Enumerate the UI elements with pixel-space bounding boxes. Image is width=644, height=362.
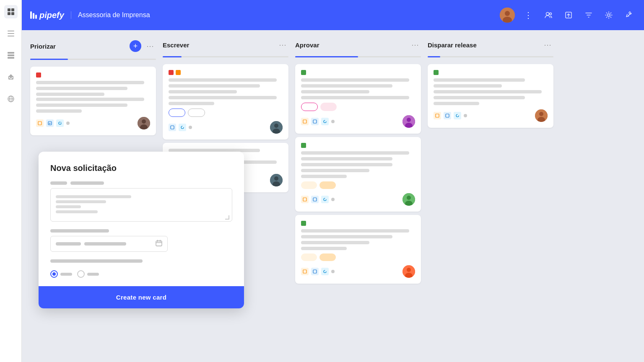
header-right: ⋮	[500, 8, 636, 23]
placeholder-line	[56, 210, 98, 213]
modal-overlay: Nova solicitação	[22, 30, 644, 362]
svg-point-23	[550, 13, 552, 15]
sidebar-item-list[interactable]	[4, 27, 18, 40]
pipe-bar-3	[35, 15, 37, 19]
tools-icon[interactable]	[622, 8, 636, 22]
create-new-card-button[interactable]: Create new card	[116, 294, 166, 301]
placeholder-line	[56, 200, 106, 203]
header-left: pipefy Assessoria de Imprensa	[30, 10, 150, 20]
sidebar-item-grid[interactable]	[4, 5, 18, 18]
placeholder-line	[56, 205, 81, 208]
form-field-description	[50, 181, 232, 222]
sidebar-item-globe[interactable]	[4, 92, 18, 106]
svg-rect-5	[8, 33, 14, 34]
pipe-bar-2	[33, 13, 34, 19]
export-icon[interactable]	[562, 8, 575, 22]
more-icon[interactable]: ⋮	[522, 8, 535, 22]
radio-label	[87, 273, 99, 276]
svg-rect-0	[8, 8, 10, 11]
svg-rect-3	[11, 12, 14, 15]
label-chunk	[50, 229, 109, 233]
header-title: Assessoria de Imprensa	[71, 11, 150, 19]
label-chunk	[50, 259, 143, 263]
form-date-input[interactable]	[50, 236, 168, 252]
resize-handle[interactable]	[225, 215, 229, 220]
date-chunk	[56, 242, 81, 246]
sidebar	[0, 0, 22, 362]
form-label-radio	[50, 259, 232, 263]
calendar-icon[interactable]	[156, 240, 162, 248]
board-area: Priorizar + ⋯	[22, 30, 644, 362]
svg-point-14	[11, 77, 13, 78]
svg-rect-59	[156, 241, 162, 246]
pipe-bar-1	[30, 11, 32, 19]
pipefy-logo-text: pipefy	[39, 10, 64, 20]
placeholder-line	[56, 195, 131, 198]
radio-label	[60, 273, 72, 276]
svg-rect-9	[8, 57, 14, 59]
people-icon[interactable]	[542, 8, 555, 22]
form-label-description	[50, 181, 232, 185]
header: pipefy Assessoria de Imprensa ⋮	[22, 0, 644, 30]
svg-rect-7	[8, 52, 14, 54]
svg-rect-1	[11, 8, 14, 11]
radio-button-unchecked[interactable]	[77, 270, 85, 278]
svg-rect-15	[10, 78, 12, 79]
settings-icon[interactable]	[602, 8, 615, 22]
modal-footer: Create new card	[39, 286, 244, 308]
form-field-label	[50, 259, 232, 263]
svg-rect-12	[10, 74, 11, 75]
svg-point-22	[546, 13, 549, 16]
label-chunk	[70, 181, 104, 185]
radio-option-1[interactable]	[50, 270, 72, 278]
sidebar-item-table[interactable]	[4, 49, 18, 62]
svg-rect-2	[8, 12, 10, 15]
label-chunk	[50, 181, 67, 185]
user-avatar[interactable]	[500, 8, 515, 23]
form-textarea-wrapper[interactable]	[50, 188, 232, 222]
svg-point-20	[505, 11, 510, 16]
create-card-modal: Nova solicitação	[39, 152, 244, 308]
filter-icon[interactable]	[582, 8, 595, 22]
modal-title: Nova solicitação	[50, 163, 232, 173]
form-field-date	[50, 229, 232, 252]
svg-rect-6	[8, 36, 14, 36]
svg-rect-8	[8, 54, 14, 56]
radio-group	[50, 270, 232, 278]
modal-body: Nova solicitação	[39, 152, 244, 286]
radio-option-2[interactable]	[77, 270, 99, 278]
radio-button-checked[interactable]	[50, 270, 58, 278]
svg-point-25	[608, 14, 610, 16]
svg-rect-4	[8, 31, 14, 31]
sidebar-item-robot[interactable]	[4, 70, 18, 84]
form-label-date	[50, 229, 232, 233]
textarea-placeholder	[56, 193, 227, 216]
main-area: pipefy Assessoria de Imprensa ⋮	[22, 0, 644, 362]
date-chunk	[84, 242, 126, 246]
pipefy-logo: pipefy	[30, 10, 64, 20]
svg-point-13	[9, 77, 10, 78]
logo-icon	[30, 11, 37, 19]
